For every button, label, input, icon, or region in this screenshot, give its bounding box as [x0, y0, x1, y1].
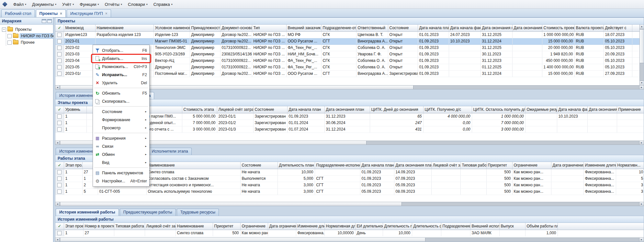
column-header[interactable]: Внешний исполни...	[470, 223, 499, 230]
menubar-item[interactable]: Документы▾	[29, 0, 59, 8]
scroll-left-icon[interactable]: ◄	[55, 202, 60, 206]
row-checkbox[interactable]	[57, 39, 62, 43]
scroll-right-icon[interactable]: ►	[639, 86, 644, 89]
column-header[interactable]: Дата начала план	[287, 106, 324, 113]
row-checkbox[interactable]	[57, 33, 62, 37]
column-header[interactable]: Этап проекта	[64, 223, 83, 230]
tree-checkbox[interactable]	[7, 34, 12, 38]
column-header[interactable]: Лицевой счёт затр	[431, 162, 460, 169]
column-header[interactable]: Лицевой счёт затр	[145, 223, 175, 230]
row-checkbox[interactable]	[57, 65, 62, 69]
context-menu-item[interactable]: Отобрать...F6	[93, 46, 149, 54]
column-header[interactable]: Изменение длител	[583, 162, 616, 169]
column-header[interactable]: ЦИТК. Дней до окончания	[370, 106, 423, 113]
column-header[interactable]	[558, 223, 644, 230]
row-checkbox[interactable]	[57, 183, 62, 187]
row-checkbox[interactable]	[57, 127, 62, 132]
table-row[interactable]: 127Синтез сплава500Как можно ран...Фикси…	[55, 230, 644, 236]
tree-node-root[interactable]: − Проекты	[2, 26, 52, 33]
scroll-left-icon[interactable]: ◄	[55, 141, 60, 144]
column-header[interactable]: Документ-основани...	[220, 25, 252, 31]
row-checkbox[interactable]	[57, 52, 62, 56]
column-header[interactable]: Дата ограничения	[268, 223, 296, 230]
menubar-item[interactable]: Учёт▾	[59, 0, 77, 8]
column-header[interactable]: Ожидаемые резул...	[525, 106, 557, 113]
close-tab-icon[interactable]: ×	[105, 12, 107, 15]
column-header[interactable]: Состояние	[253, 106, 287, 113]
context-menu-item[interactable]: Настройки...Alt+Enter	[93, 177, 149, 185]
column-header[interactable]: Типовая работа	[114, 223, 145, 230]
tree-node[interactable]: НИОКР по ГОЗ без НДС	[6, 33, 52, 39]
column-header[interactable]: Тип	[252, 25, 286, 31]
column-header[interactable]: Выпуск	[499, 223, 525, 230]
row-checkbox[interactable]	[57, 190, 62, 194]
window-tab[interactable]: Проекты×	[36, 9, 66, 17]
row-checkbox[interactable]	[57, 59, 62, 63]
scroll-right-icon[interactable]: ►	[639, 238, 644, 241]
column-header[interactable]: Дата окончания план	[394, 162, 431, 169]
column-header[interactable]: Наименование	[146, 162, 240, 169]
column-header[interactable]: Наименование	[175, 223, 213, 230]
column-header[interactable]: Подразделение-от...	[321, 25, 356, 31]
column-header[interactable]: Дата окончания план	[324, 106, 370, 113]
window-tab[interactable]: Инструкции ПУП×	[67, 9, 111, 17]
menubar-item[interactable]: Файл▾	[10, 0, 29, 8]
tree-node[interactable]: Прочее	[6, 39, 52, 46]
window-tab[interactable]: Рабочий стол	[1, 9, 35, 17]
column-header[interactable]: Дата окончания ф...	[587, 106, 617, 113]
column-header[interactable]: Номер в проекте	[83, 223, 114, 230]
column-header[interactable]: Типовая работа	[460, 162, 486, 169]
detail-tab[interactable]: История изменений работы	[56, 209, 119, 216]
row-checkbox[interactable]	[57, 72, 62, 76]
context-menu-item[interactable]: УдалитьDel	[93, 79, 149, 87]
context-menu-item[interactable]: Добавить...Ins	[93, 54, 149, 63]
column-header[interactable]: Изменение длител...	[296, 223, 324, 230]
column-header[interactable]: Дата окончания ф...	[512, 25, 542, 31]
column-header[interactable]: Валюта проекта	[574, 25, 604, 31]
column-header[interactable]: Подразделение-ис...	[441, 223, 470, 230]
collapse-icon[interactable]: −	[2, 28, 6, 32]
dock-icon[interactable]	[42, 19, 46, 23]
scroll-up-icon[interactable]: ▲	[640, 25, 644, 29]
column-header[interactable]: Ограничение	[512, 162, 551, 169]
scroll-thumb[interactable]	[640, 29, 644, 63]
column-header[interactable]: Нормативная длит...	[324, 223, 355, 230]
column-header[interactable]: ЕИ длительности	[355, 223, 383, 230]
select-all-header[interactable]: ✓	[55, 162, 64, 169]
h-scrollbar[interactable]: ◄ ►	[55, 202, 644, 206]
column-header[interactable]: Стоимость этапа	[182, 106, 217, 113]
column-header[interactable]: Приоритет	[213, 223, 240, 230]
tree-checkbox[interactable]	[7, 40, 12, 45]
context-menu-item[interactable]: Состояние►	[93, 108, 149, 116]
table-row[interactable]: 2023-01Магнит ПМ085-01ДемопримерДоговор …	[55, 38, 644, 44]
column-header[interactable]: Состояние	[388, 25, 418, 31]
column-header[interactable]: Лицевой счёт затрат	[217, 106, 253, 113]
scroll-down-icon[interactable]: ▼	[640, 81, 644, 85]
row-checkbox[interactable]	[57, 114, 62, 119]
column-header[interactable]: Стоимость проект...	[542, 25, 574, 31]
column-header[interactable]: Состояние	[240, 162, 277, 169]
column-header[interactable]: Принадлежность	[190, 25, 220, 31]
column-header[interactable]: Этап про...	[64, 162, 82, 169]
column-header[interactable]: Дата ограничения	[551, 162, 583, 169]
menubar-item[interactable]: Справка▾	[151, 0, 175, 8]
h-scrollbar[interactable]: ◄ ►	[55, 237, 644, 242]
column-header[interactable]: Наименование	[95, 25, 153, 31]
context-menu-item[interactable]: Размножить...Ctrl+F3	[93, 63, 149, 71]
context-menu-item[interactable]: Формирование►	[93, 116, 149, 124]
scroll-thumb[interactable]	[60, 238, 425, 241]
column-header[interactable]: Нормативн...	[616, 162, 644, 169]
row-checkbox[interactable]	[57, 170, 62, 174]
column-header[interactable]: Приоритет	[486, 162, 512, 169]
scroll-right-icon[interactable]: ►	[639, 202, 644, 206]
table-row[interactable]: 1501-СГТ-005Описать используемую техноло…	[55, 188, 644, 195]
column-header[interactable]: Дата начала план.	[418, 25, 449, 31]
column-header[interactable]: Длительность пла...	[383, 223, 412, 230]
column-header[interactable]: Дата начала факт	[557, 106, 587, 113]
v-scrollbar[interactable]: ▲ ▼	[639, 25, 644, 85]
menubar-item[interactable]: Функции▾	[77, 0, 102, 8]
context-menu-item[interactable]: Просмотр►	[93, 124, 149, 132]
scroll-left-icon[interactable]: ◄	[55, 86, 60, 89]
table-row[interactable]: Изделие123Разработка изделия 123Изделие-…	[55, 31, 644, 38]
menubar-item[interactable]: Словари▾	[125, 0, 151, 8]
